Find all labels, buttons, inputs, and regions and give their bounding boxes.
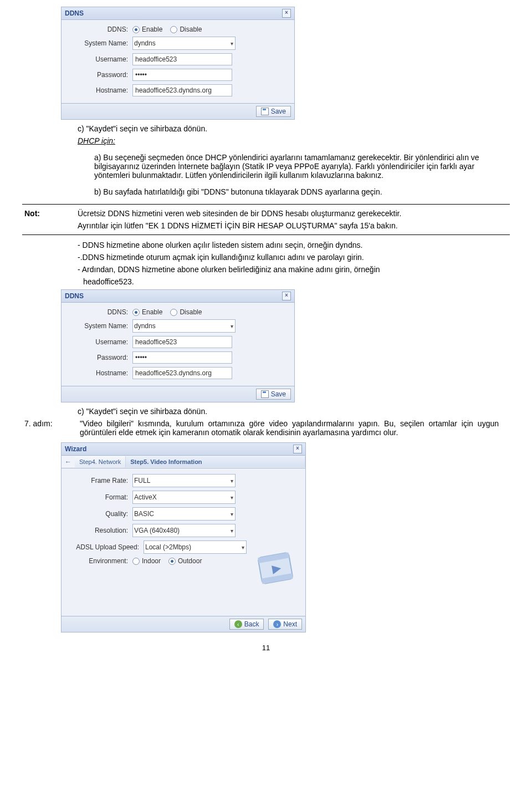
video-clip-icon [255,546,300,590]
label-system-name: System Name: [67,39,132,47]
breadcrumb: ← Step4. Network Step5. Video Informatio… [62,456,305,468]
label-username: Username: [67,55,132,63]
note-line1: Ücretsiz DDNS hizmetini veren web sitesi… [78,209,499,218]
step-7-label: 7. adım: [22,419,80,428]
back-arrow-icon[interactable]: ← [62,456,75,468]
radio-disable[interactable]: Disable [170,308,202,316]
label-format: Format: [67,493,132,501]
dhcp-heading: DHCP için: [78,136,115,145]
panel-header: DDNS × [62,7,294,20]
frame-rate-select[interactable]: FULL▾ [132,474,236,487]
chevron-down-icon: ▾ [231,40,233,47]
chevron-down-icon: ▾ [231,511,233,517]
adsl-select[interactable]: Local (>2Mbps)▾ [144,540,247,554]
radio-dot-icon [132,309,140,316]
radio-dot-icon [170,309,177,316]
radio-disable[interactable]: Disable [170,25,202,33]
dash-lines: - DDNS hizmetine abone olurken açılır li… [78,241,499,286]
save-icon [261,108,269,115]
radio-indoor[interactable]: Indoor [132,557,161,565]
password-input[interactable] [132,351,232,364]
radio-enable[interactable]: Enable [132,25,162,33]
label-environment: Environment: [67,557,132,565]
chevron-down-icon: ▾ [231,323,233,329]
label-frame-rate: Frame Rate: [67,477,132,484]
paragraph-a1: a) Bu seçeneği seçmeden önce DHCP yönlen… [94,153,499,196]
paragraph-c2: c) "Kaydet"i seçin ve sihirbaza dönün. [78,407,499,416]
radio-outdoor[interactable]: Outdoor [168,557,202,565]
label-system-name: System Name: [67,322,132,330]
back-button[interactable]: ‹Back [229,619,264,630]
label-hostname: Hostname: [67,86,132,94]
label-ddns: DDNS: [67,25,132,33]
label-hostname: Hostname: [67,369,132,377]
panel-header: DDNS × [62,290,294,303]
save-icon [261,390,269,398]
panel-title: DDNS [65,292,84,300]
next-icon: › [273,620,281,628]
hostname-input[interactable] [132,367,232,379]
label-password: Password: [67,71,132,79]
radio-dot-icon [132,558,140,565]
label-password: Password: [67,354,132,361]
wizard-panel: Wizard × ← Step4. Network Step5. Video I… [61,442,306,633]
breadcrumb-step5[interactable]: Step5. Video Information [126,456,305,467]
ddns-panel-2: DDNS × DDNS: Enable Disable System Name:… [61,289,295,402]
username-input[interactable] [132,336,232,348]
page-number: 11 [22,644,510,652]
quality-select[interactable]: BASIC▾ [132,507,236,521]
step-7-content: "Video bilgileri" kısmında, kurulum orta… [80,419,510,437]
format-select[interactable]: ActiveX▾ [132,491,236,504]
chevron-down-icon: ▾ [231,528,233,534]
close-icon[interactable]: × [293,445,302,453]
chevron-down-icon: ▾ [242,544,244,550]
close-icon[interactable]: × [282,9,291,18]
save-button[interactable]: Save [256,389,291,400]
wizard-header: Wizard × [62,443,305,456]
chevron-down-icon: ▾ [231,494,233,501]
username-input[interactable] [132,53,232,65]
breadcrumb-step4[interactable]: Step4. Network [75,456,126,467]
label-adsl: ADSL Upload Speed: [67,543,144,551]
paragraph-c1: c) "Kaydet"i seçin ve sihirbaza dönün. D… [78,124,499,145]
label-ddns: DDNS: [67,308,132,316]
close-icon[interactable]: × [282,292,291,300]
note-line2: Ayrıntılar için lütfen "EK 1 DDNS HİZMET… [78,221,499,230]
radio-dot-icon [170,26,177,33]
label-quality: Quality: [67,510,132,518]
next-button[interactable]: ›Next [268,619,302,630]
radio-dot-icon [168,558,176,565]
label-resolution: Resolution: [67,527,132,534]
system-name-select[interactable]: dyndns▾ [132,37,236,50]
save-button[interactable]: Save [256,106,291,117]
password-input[interactable] [132,69,232,81]
wizard-title: Wizard [65,445,86,453]
step-7-row: 7. adım: "Video bilgileri" kısmında, kur… [22,419,510,437]
note-label: Not: [22,209,78,218]
note-block: Not: Ücretsiz DDNS hizmetini veren web s… [22,204,510,235]
radio-dot-icon [132,26,140,33]
system-name-select[interactable]: dyndns▾ [132,319,236,333]
ddns-panel-1: DDNS × DDNS: Enable Disable System Name:… [61,7,295,120]
panel-title: DDNS [65,9,84,17]
hostname-input[interactable] [132,84,232,96]
resolution-select[interactable]: VGA (640x480)▾ [132,524,236,537]
back-icon: ‹ [234,620,242,628]
radio-enable[interactable]: Enable [132,308,162,316]
label-username: Username: [67,338,132,346]
chevron-down-icon: ▾ [231,478,233,484]
